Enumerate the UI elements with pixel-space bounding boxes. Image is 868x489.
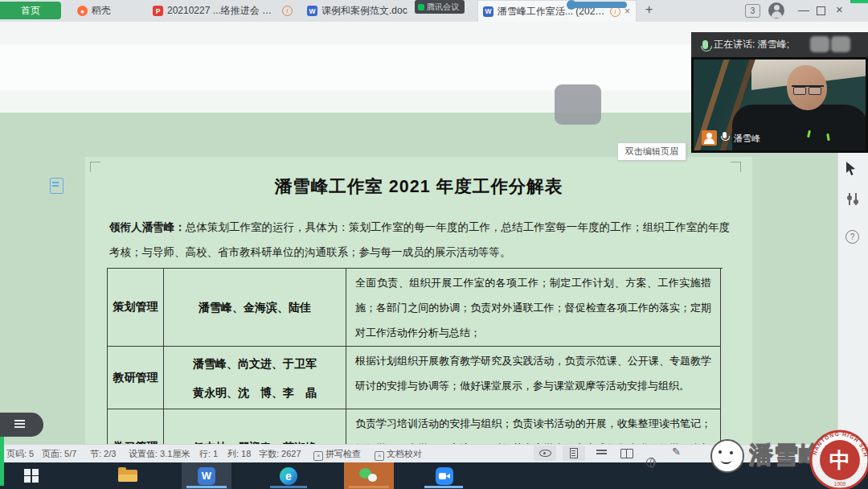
word-file-icon: W (307, 6, 317, 16)
eye-icon (539, 450, 551, 457)
folder-icon (118, 470, 137, 482)
tab-info-icon[interactable]: i (282, 6, 293, 16)
wechat-icon (359, 468, 379, 484)
status-column: 列: 18 (227, 448, 251, 460)
edge-icon: e (280, 467, 297, 485)
spellcheck-toggle[interactable]: ×拼写检查 (313, 448, 361, 461)
page-corner-mark (731, 162, 741, 172)
meeting-edge-sliver (850, 0, 868, 3)
speaking-label: 正在讲话: 潘雪峰; (714, 38, 789, 51)
lead-paragraph[interactable]: 领衔人潘雪峰：总体策划工作室的运行，具体为：策划工作室的每一年度的工作，总结工作… (109, 216, 730, 265)
tab-docer[interactable]: ● 稻壳 (77, 0, 111, 22)
watermark-face-logo (710, 439, 744, 473)
restore-button[interactable] (817, 6, 825, 15)
work-table[interactable]: 策划管理 潘雪峰、金海滨、陆佳 全面负责、组织开展工作室的各项工作；制定工作计划… (107, 268, 723, 444)
taskbar-file-explorer[interactable] (103, 462, 153, 489)
x-box-icon: × (375, 451, 384, 461)
meeting-mini-window[interactable]: 腾讯会议 (415, 0, 465, 14)
status-word-count[interactable]: 字数: 2627 (259, 448, 301, 460)
mic-icon (702, 40, 708, 49)
status-line: 行: 1 (199, 448, 218, 460)
blurred-logo (810, 36, 829, 52)
word-file-icon: W (483, 6, 493, 17)
table-cell-duties[interactable]: 根据计划组织开展教育教学研究及实践活动，负责示范课、公开课、专题教学研讨的安排与… (346, 347, 721, 409)
screen-edge-strip (0, 437, 4, 486)
meeting-docked-knob[interactable] (567, 0, 576, 10)
windows-logo-icon (24, 469, 39, 483)
outline-nav-pill[interactable] (0, 413, 43, 437)
table-cell-category[interactable]: 学习管理 (108, 409, 164, 444)
cursor-arrow-icon[interactable] (845, 162, 858, 176)
header-edit-tooltip: 双击编辑页眉 (617, 142, 686, 161)
window-count-badge[interactable]: 3 (745, 4, 760, 18)
status-section: 节: 2/3 (90, 448, 116, 460)
page-view-button[interactable] (563, 446, 585, 461)
page-corner-mark (90, 162, 100, 172)
tab-document-ppt[interactable]: P 20210227 ...络推进会 潘雪峰 i (153, 0, 293, 22)
table-cell-members[interactable]: 任志林、瞿迎春、范淑峰 (164, 409, 346, 444)
document-page[interactable]: 潘雪峰工作室 2021 年度工作分解表 领衔人潘雪峰：总体策划工作室的运行，具体… (85, 157, 752, 444)
table-cell-category[interactable]: 教研管理 (108, 347, 164, 409)
glasses (792, 85, 824, 94)
proofread-toggle[interactable]: ×文档校对 (375, 448, 422, 461)
participant-avatar-icon (702, 130, 717, 146)
new-tab-button[interactable]: + (645, 2, 653, 17)
svg-text:1909: 1909 (834, 481, 846, 487)
meeting-float-thumb[interactable] (555, 84, 601, 125)
web-view-icon[interactable] (646, 458, 656, 467)
participant-body (732, 105, 868, 153)
minimize-button[interactable]: — (798, 3, 809, 16)
webcam-video[interactable]: 潘雪峰 (691, 57, 868, 153)
meeting-docked-bar[interactable] (572, 2, 627, 8)
ppt-file-icon: P (153, 6, 163, 16)
pen-tool-icon[interactable]: ✎ (672, 446, 681, 458)
start-button[interactable] (6, 462, 56, 489)
read-mode-icon[interactable] (620, 449, 633, 458)
help-icon[interactable]: ? (845, 230, 859, 244)
status-page-number: 页码: 5 (6, 448, 34, 460)
wps-icon: W (198, 467, 215, 485)
eye-protect-mode-button[interactable] (534, 446, 556, 461)
docer-flame-icon: ● (77, 6, 88, 16)
status-setting-value: 设置值: 3.1厘米 (129, 448, 190, 460)
document-title[interactable]: 潘雪峰工作室 2021 年度工作分解表 (117, 175, 720, 198)
outline-view-icon[interactable] (596, 450, 607, 451)
meeting-camera-icon (418, 4, 424, 10)
table-cell-duties[interactable]: 负责学习培训活动的安排与组织；负责读书活动的开展，收集整理读书笔记；组织学员外出… (346, 409, 721, 444)
tab-home[interactable]: 首页 (0, 2, 61, 19)
tab-bar: 首页 ● 稻壳 P 20210227 ...络推进会 潘雪峰 i W 课例和案例… (0, 0, 868, 22)
table-cell-members[interactable]: 潘雪峰、尚文进、于卫军 黄永明、沈 博、李 晶 (164, 347, 346, 409)
adjust-sliders-icon[interactable] (849, 193, 850, 205)
status-page-count: 页面: 5/7 (42, 448, 76, 460)
table-cell-category[interactable]: 策划管理 (108, 269, 164, 347)
school-seal: NANTONG HIGH SCHOOL 中 1909 (809, 429, 868, 489)
x-box-icon: × (313, 451, 323, 461)
close-button[interactable]: × (836, 2, 843, 16)
account-avatar[interactable] (768, 2, 784, 18)
doc-assistant-icon[interactable] (50, 178, 63, 194)
table-cell-members[interactable]: 潘雪峰、金海滨、陆佳 (164, 269, 346, 347)
list-icon (14, 420, 25, 421)
table-cell-duties[interactable]: 全面负责、组织开展工作室的各项工作；制定工作计划、方案、工作实施措施；各部门之间… (346, 269, 721, 347)
screen: 首页 ● 稻壳 P 20210227 ...络推进会 潘雪峰 i W 课例和案例… (0, 0, 868, 489)
blurred-logo (831, 36, 850, 52)
tab-document-doc[interactable]: W 课例和案例范文.doc (307, 0, 413, 22)
svg-text:中: 中 (829, 448, 850, 472)
tencent-meeting-icon (436, 467, 453, 485)
participant-name: 潘雪峰 (734, 133, 760, 145)
participant-mic-icon (723, 132, 727, 138)
page-icon (570, 448, 578, 458)
document-canvas[interactable]: 潘雪峰工作室 2021 年度工作分解表 领衔人潘雪峰：总体策划工作室的运行，具体… (0, 113, 837, 444)
